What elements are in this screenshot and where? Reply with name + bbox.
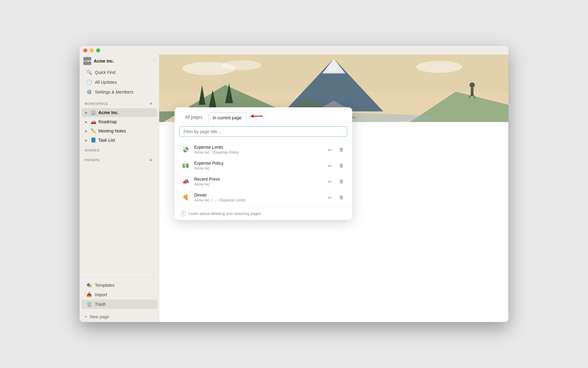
trash-modal-tabs: All pages In current page (175, 107, 352, 123)
acme-inc-label: Acme Inc. (98, 110, 119, 115)
item-actions: ↩ 🗑 (325, 177, 346, 186)
svg-point-13 (222, 60, 261, 70)
delete-button[interactable]: 🗑 (337, 177, 346, 186)
sidebar-item-quick-find[interactable]: 🔍 Quick Find (81, 68, 157, 77)
workspace-add-button[interactable]: + (148, 101, 154, 107)
chevron-down-icon: ⌃ (153, 59, 155, 63)
sidebar-item-roadmap[interactable]: ▶ 🚗 Roadmap (81, 117, 157, 126)
close-button[interactable] (83, 48, 87, 52)
restore-button[interactable]: ↩ (325, 177, 334, 186)
private-add-button[interactable]: + (148, 157, 154, 163)
item-path: Acme Inc. / … / Expense Limits (194, 198, 322, 202)
sidebar-item-all-updates[interactable]: 🕐 All Updates (81, 78, 157, 87)
roadmap-label: Roadmap (98, 119, 117, 124)
sidebar-bottom: 🎭 Templates 📥 Import 🗑️ Trash (80, 278, 159, 312)
help-icon: ? (181, 211, 186, 216)
list-item[interactable]: 💸 Expense Limits Acme Inc. / Expense Pol… (175, 142, 352, 158)
svg-point-15 (469, 82, 475, 88)
item-title: Recent Press (194, 177, 322, 182)
minimize-button[interactable] (90, 48, 94, 52)
acme-emoji: 🏢 (91, 110, 96, 115)
workspace-logo: ACME (83, 57, 91, 65)
sidebar-item-meeting-notes[interactable]: ▶ ✏️ Meeting Notes (81, 127, 157, 135)
roadmap-emoji: 🚗 (91, 119, 96, 125)
new-page-button[interactable]: + New page (80, 312, 159, 322)
delete-button[interactable]: 🗑 (337, 193, 346, 202)
sidebar-item-acme-inc[interactable]: ▶ 🏢 Acme Inc. (81, 108, 157, 117)
expand-arrow-icon: ▶ (85, 139, 89, 142)
item-icon: 📣 (181, 177, 190, 186)
expand-arrow-icon: ▶ (85, 111, 89, 114)
all-updates-label: All Updates (95, 80, 117, 85)
sidebar-item-import[interactable]: 📥 Import (81, 290, 157, 299)
clock-icon: 🕐 (86, 79, 92, 85)
delete-button[interactable]: 🗑 (337, 161, 346, 170)
trash-icon: 🗑️ (86, 301, 92, 307)
expand-arrow-icon: ▶ (85, 120, 89, 124)
titlebar (80, 46, 508, 55)
item-info: Recent Press Acme Inc. (194, 177, 322, 186)
import-icon: 📥 (86, 292, 92, 297)
quick-find-label: Quick Find (95, 70, 115, 75)
trash-modal-footer: ? Learn about deleting and restoring pag… (175, 207, 352, 220)
item-actions: ↩ 🗑 (325, 145, 346, 154)
search-icon: 🔍 (86, 70, 92, 75)
new-page-label: New page (90, 314, 109, 319)
shared-section-label: SHARED (80, 145, 159, 153)
restore-button[interactable]: ↩ (325, 145, 334, 154)
item-title: Expense Policy (194, 161, 322, 166)
import-label: Import (95, 292, 107, 297)
list-item[interactable]: 📣 Recent Press Acme Inc. ↩ 🗑 (175, 174, 352, 190)
item-title: Dinner (194, 193, 322, 197)
item-actions: ↩ 🗑 (325, 193, 346, 202)
private-section-label: PRIVATE + (80, 153, 159, 164)
meeting-notes-emoji: ✏️ (91, 128, 96, 134)
app-window: ACME Acme Inc. ⌃ 🔍 Quick Find 🕐 All Upda… (80, 46, 508, 322)
workspace-header[interactable]: ACME Acme Inc. ⌃ (80, 55, 159, 67)
svg-marker-20 (251, 114, 254, 118)
sidebar-item-settings[interactable]: ⚙️ Settings & Members (81, 87, 157, 97)
svg-point-14 (416, 61, 462, 73)
trash-label: Trash (95, 302, 106, 307)
task-list-emoji: 📘 (91, 137, 96, 143)
settings-label: Settings & Members (95, 90, 134, 94)
sidebar-item-task-list[interactable]: ▶ 📘 Task List (81, 136, 157, 144)
trash-search (175, 123, 352, 140)
delete-button[interactable]: 🗑 (337, 145, 346, 154)
sidebar-item-trash[interactable]: 🗑️ Trash (81, 300, 157, 309)
item-path: Acme Inc. (194, 166, 322, 171)
gear-icon: ⚙️ (86, 89, 92, 95)
meeting-notes-label: Meeting Notes (98, 128, 126, 133)
item-icon: 💸 (181, 145, 190, 155)
workspace-section-label: WORKSPACE + (80, 97, 159, 108)
trash-modal: All pages In current page (175, 107, 352, 220)
item-info: Expense Policy Acme Inc. (194, 161, 322, 171)
main-content: ACME Policies Office Manual Vacation Pol… (159, 46, 508, 322)
item-info: Dinner Acme Inc. / … / Expense Limits (194, 193, 322, 202)
maximize-button[interactable] (96, 48, 100, 52)
list-item[interactable]: 🍕 Dinner Acme Inc. / … / Expense Limits … (175, 190, 352, 205)
sidebar: ACME Acme Inc. ⌃ 🔍 Quick Find 🕐 All Upda… (80, 46, 159, 322)
restore-button[interactable]: ↩ (325, 193, 334, 202)
expand-arrow-icon: ▶ (85, 129, 89, 133)
list-item[interactable]: 💵 Expense Policy Acme Inc. ↩ 🗑 (175, 158, 352, 174)
tab-in-current-page[interactable]: In current page (208, 113, 246, 123)
templates-icon: 🎭 (86, 282, 92, 288)
item-title: Expense Limits (194, 145, 322, 150)
item-actions: ↩ 🗑 (325, 161, 346, 170)
sidebar-item-templates[interactable]: 🎭 Templates (81, 281, 157, 290)
task-list-label: Task List (98, 138, 115, 143)
plus-icon: + (85, 314, 87, 320)
templates-label: Templates (95, 283, 115, 288)
trash-items-list: 💸 Expense Limits Acme Inc. / Expense Pol… (175, 140, 352, 207)
tab-all-pages[interactable]: All pages (181, 112, 207, 122)
restore-button[interactable]: ↩ (325, 161, 334, 170)
item-info: Expense Limits Acme Inc. / Expense Polic… (194, 145, 322, 155)
item-path: Acme Inc. (194, 182, 322, 186)
item-icon: 💵 (181, 161, 190, 171)
item-path: Acme Inc. / Expense Policy (194, 150, 322, 155)
arrow-indicator (248, 113, 263, 120)
footer-help-text[interactable]: Learn about deleting and restoring pages (189, 211, 261, 216)
trash-search-input[interactable] (179, 126, 347, 137)
workspace-name: Acme Inc. (94, 59, 150, 63)
